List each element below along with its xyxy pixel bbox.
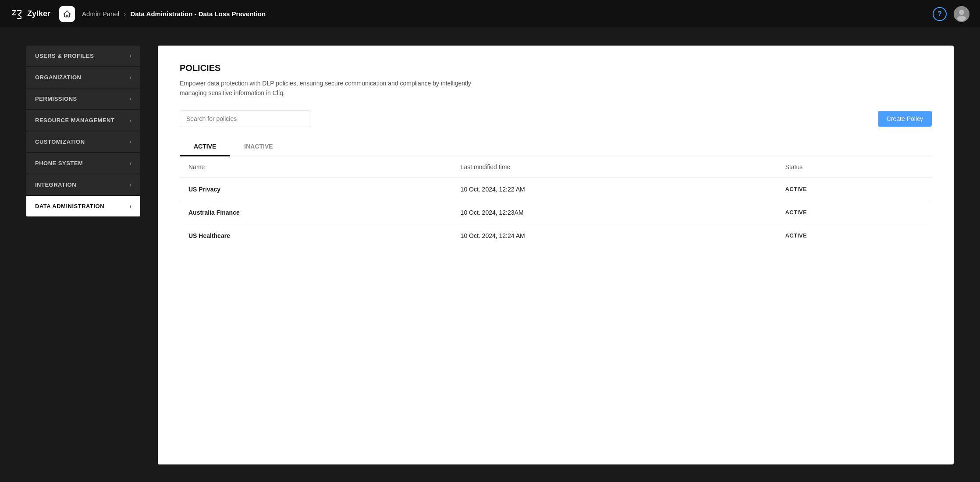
policy-name: Australia Finance [180,201,452,224]
svg-point-1 [959,10,964,15]
main-layout: USERS & PROFILES › ORGANIZATION › PERMIS… [0,28,980,482]
breadcrumb-current: Data Administration - Data Loss Preventi… [130,10,266,18]
policy-name: US Healthcare [180,224,452,247]
breadcrumb-parent[interactable]: Admin Panel [82,10,119,18]
table-row[interactable]: Australia Finance 10 Oct. 2024, 12:23AM … [180,201,932,224]
home-icon [63,10,71,18]
table-row[interactable]: US Healthcare 10 Oct. 2024, 12:24 AM ACT… [180,224,932,247]
chevron-right-icon: › [129,117,131,124]
sidebar-item-customization[interactable]: CUSTOMIZATION › [26,131,140,152]
sidebar-item-label: PHONE SYSTEM [35,160,83,167]
logo: Zylker [11,8,50,20]
tabs: ACTIVEINACTIVE [180,138,932,156]
table-row[interactable]: US Privacy 10 Oct. 2024, 12:22 AM ACTIVE [180,177,932,201]
chevron-right-icon: › [129,53,131,59]
tab-inactive[interactable]: INACTIVE [230,138,287,156]
sidebar-item-label: PERMISSIONS [35,96,77,102]
breadcrumb-separator: › [124,10,126,18]
chevron-right-icon: › [129,203,131,209]
col-status: Status [777,156,932,178]
zylker-logo-icon [11,8,23,20]
avatar-image [954,6,969,22]
policies-table: Name Last modified time Status US Privac… [180,156,932,247]
sidebar-item-permissions[interactable]: PERMISSIONS › [26,89,140,109]
logo-text: Zylker [27,9,50,18]
policy-modified: 10 Oct. 2024, 12:22 AM [452,177,777,201]
sidebar-item-label: RESOURCE MANAGEMENT [35,117,114,124]
search-input[interactable] [180,110,311,127]
policy-status: ACTIVE [777,224,932,247]
policy-status: ACTIVE [777,201,932,224]
sidebar-item-data-administration[interactable]: DATA ADMINISTRATION › [26,196,140,216]
sidebar-item-resource-management[interactable]: RESOURCE MANAGEMENT › [26,110,140,131]
sidebar-item-organization[interactable]: ORGANIZATION › [26,67,140,88]
sidebar-item-label: INTEGRATION [35,181,76,188]
sidebar-item-phone-system[interactable]: PHONE SYSTEM › [26,153,140,174]
topnav: Zylker Admin Panel › Data Administration… [0,0,980,28]
table-header-row: Name Last modified time Status [180,156,932,178]
svg-point-2 [957,16,966,21]
policy-modified: 10 Oct. 2024, 12:23AM [452,201,777,224]
chevron-right-icon: › [129,138,131,145]
table-body: US Privacy 10 Oct. 2024, 12:22 AM ACTIVE… [180,177,932,247]
help-button[interactable]: ? [933,7,947,21]
col-modified: Last modified time [452,156,777,178]
chevron-right-icon: › [129,96,131,102]
page-description: Empower data protection with DLP policie… [180,78,486,98]
sidebar-item-users-profiles[interactable]: USERS & PROFILES › [26,46,140,66]
page-title: POLICIES [180,63,932,73]
tab-active[interactable]: ACTIVE [180,138,230,156]
table-header: Name Last modified time Status [180,156,932,178]
sidebar-item-label: DATA ADMINISTRATION [35,203,104,209]
sidebar-item-label: CUSTOMIZATION [35,138,85,145]
policy-modified: 10 Oct. 2024, 12:24 AM [452,224,777,247]
chevron-right-icon: › [129,181,131,188]
policy-status: ACTIVE [777,177,932,201]
content-area: POLICIES Empower data protection with DL… [158,46,954,464]
breadcrumb: Admin Panel › Data Administration - Data… [82,10,266,18]
sidebar-item-label: ORGANIZATION [35,74,81,81]
sidebar-item-label: USERS & PROFILES [35,53,94,59]
toolbar: Create Policy [180,110,932,127]
avatar[interactable] [954,6,969,22]
col-name: Name [180,156,452,178]
chevron-right-icon: › [129,74,131,81]
topnav-right: ? [933,6,969,22]
create-policy-button[interactable]: Create Policy [878,111,932,127]
sidebar: USERS & PROFILES › ORGANIZATION › PERMIS… [26,46,140,464]
chevron-right-icon: › [129,160,131,167]
sidebar-item-integration[interactable]: INTEGRATION › [26,174,140,195]
policy-name: US Privacy [180,177,452,201]
home-button[interactable] [59,6,75,22]
